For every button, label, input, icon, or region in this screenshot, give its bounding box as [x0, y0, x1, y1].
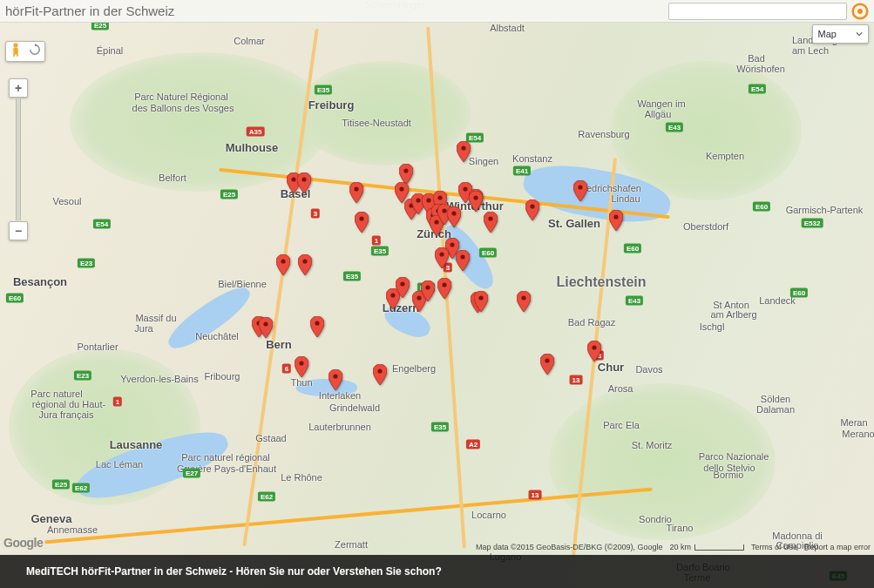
svg-point-11 — [399, 186, 403, 191]
map-marker[interactable] — [457, 141, 471, 162]
search-input[interactable] — [668, 3, 847, 20]
map-marker[interactable] — [609, 210, 623, 231]
city-label: Gstaad — [255, 433, 286, 443]
road-badge: E60 — [753, 202, 770, 212]
attribution-bar: Map data ©2015 GeoBasis-DE/BKG (©2009), … — [476, 543, 871, 551]
map-marker[interactable] — [587, 341, 601, 362]
city-label: Singen — [469, 156, 498, 166]
city-label: Colmar — [234, 36, 264, 46]
road-badge: E41 — [513, 166, 531, 176]
pegman-icon[interactable] — [10, 42, 22, 61]
city-label: Tirano — [667, 523, 694, 533]
map-type-label: Map — [818, 29, 837, 39]
city-label: am Lech — [792, 45, 829, 56]
map-type-select[interactable]: Map — [812, 24, 869, 44]
road-badge: E54 — [749, 84, 766, 94]
map-marker[interactable] — [484, 212, 498, 233]
svg-point-33 — [302, 259, 307, 263]
city-label: Parc Ela — [603, 420, 640, 430]
zoom-controls: + − — [9, 78, 28, 240]
map-marker[interactable] — [573, 180, 587, 201]
svg-point-14 — [426, 198, 430, 202]
city-label: Ischgl — [700, 321, 725, 332]
city-label: Pontarlier — [77, 341, 118, 352]
map-marker[interactable] — [276, 254, 290, 275]
map-marker[interactable] — [259, 317, 273, 338]
report-error-link[interactable]: Report a map error — [804, 543, 871, 551]
city-label: Geneva — [31, 512, 72, 525]
zoom-in-button[interactable]: + — [9, 78, 28, 98]
svg-point-48 — [545, 358, 549, 362]
city-label: Jura français — [39, 409, 94, 420]
road-badge: E35 — [343, 272, 361, 281]
city-label: Lac Léman — [96, 459, 143, 470]
city-label: Parc naturel régional — [181, 452, 270, 463]
city-label: Vesoul — [52, 196, 81, 206]
road-badge: E35 — [431, 422, 449, 432]
zoom-out-button[interactable]: − — [9, 221, 28, 240]
map-marker[interactable] — [396, 277, 410, 298]
city-label: Mulhouse — [226, 141, 279, 154]
search-box — [668, 3, 869, 20]
svg-point-28 — [488, 216, 492, 220]
map-marker[interactable] — [437, 278, 451, 299]
road-badge: E27 — [183, 469, 200, 478]
city-label: Jura — [134, 323, 152, 334]
map-marker[interactable] — [310, 316, 324, 337]
road-badge: 13 — [529, 490, 542, 500]
city-label: St. Gallen — [548, 217, 600, 230]
svg-point-35 — [263, 321, 268, 326]
svg-point-49 — [592, 345, 596, 349]
road-badge: 1 — [372, 236, 381, 246]
road-badge: E25 — [220, 190, 238, 199]
map-marker[interactable] — [435, 247, 449, 268]
map-marker[interactable] — [373, 364, 387, 385]
svg-point-29 — [530, 204, 534, 208]
map-marker[interactable] — [297, 172, 311, 193]
road-badge: E35 — [371, 247, 389, 256]
road-badge: E43 — [626, 296, 643, 306]
zoom-slider[interactable] — [16, 98, 21, 220]
svg-rect-4 — [13, 53, 15, 57]
terms-link[interactable]: Terms of Use — [751, 543, 797, 551]
rotate-icon[interactable] — [29, 44, 41, 59]
svg-point-23 — [460, 254, 464, 259]
city-label: Bad Ragaz — [568, 317, 615, 328]
map-marker[interactable] — [349, 182, 363, 203]
svg-point-46 — [478, 295, 483, 300]
city-label: Massif du — [135, 313, 176, 323]
road-badge: 6 — [282, 364, 291, 374]
map-marker[interactable] — [447, 206, 461, 227]
map-marker[interactable] — [540, 354, 554, 375]
map-marker[interactable] — [355, 212, 369, 233]
map-marker[interactable] — [329, 369, 342, 390]
road-badge: E60 — [6, 294, 24, 303]
road-badge: 3 — [311, 209, 320, 219]
svg-point-6 — [291, 177, 295, 181]
svg-rect-3 — [13, 47, 17, 54]
brand-logo-icon[interactable] — [851, 3, 869, 20]
map-marker[interactable] — [295, 356, 308, 377]
svg-point-13 — [416, 198, 420, 202]
city-label: Thun — [290, 377, 312, 388]
city-label: Biel/Bienne — [218, 279, 267, 289]
map-marker[interactable] — [517, 291, 531, 312]
svg-point-7 — [301, 177, 306, 181]
map-data-text: Map data ©2015 GeoBasis-DE/BKG (©2009), … — [476, 543, 662, 551]
svg-point-38 — [333, 374, 337, 378]
road-badge: E35 — [315, 85, 332, 95]
map-marker[interactable] — [474, 291, 488, 312]
map-marker[interactable] — [421, 280, 435, 301]
city-label: Konstanz — [512, 153, 552, 164]
city-label: des Ballons des Vosges — [132, 103, 234, 113]
svg-point-22 — [439, 252, 444, 256]
city-label: Sölden — [761, 394, 790, 404]
map-marker[interactable] — [525, 199, 539, 220]
map-marker[interactable] — [469, 191, 483, 212]
city-label: Interlaken — [319, 390, 361, 401]
svg-point-2 — [13, 43, 17, 47]
map-marker[interactable] — [456, 250, 470, 271]
city-label: Oberstdorf — [683, 221, 728, 232]
map-marker[interactable] — [298, 254, 312, 275]
svg-point-8 — [354, 186, 358, 191]
